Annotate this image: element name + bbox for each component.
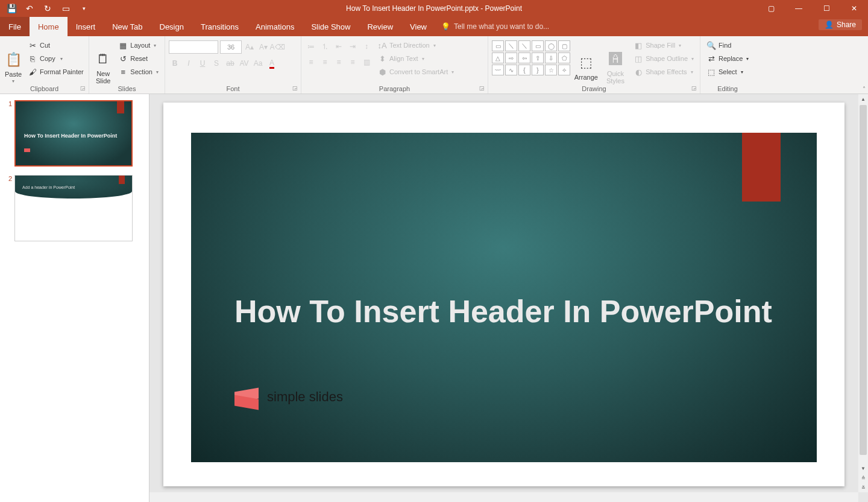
- shape-rrect[interactable]: ▢: [558, 40, 570, 51]
- decrease-font-icon[interactable]: A▾: [257, 41, 269, 53]
- save-icon[interactable]: 💾: [6, 3, 17, 14]
- vscroll-thumb[interactable]: [860, 105, 867, 455]
- align-right-button[interactable]: ≡: [333, 56, 345, 68]
- italic-button[interactable]: I: [183, 57, 195, 69]
- paragraph-launcher-icon[interactable]: ◲: [479, 85, 486, 92]
- shape-star[interactable]: ⬠: [558, 52, 570, 63]
- font-launcher-icon[interactable]: ◲: [292, 85, 300, 92]
- strike-button[interactable]: ab: [224, 57, 236, 69]
- shape-outline-button[interactable]: ◫Shape Outline▾: [631, 52, 696, 65]
- shape-effects-icon: ◐: [634, 67, 643, 77]
- text-direction-button[interactable]: ↕AText Direction▾: [375, 39, 456, 51]
- dec-indent-button[interactable]: ⇤: [333, 40, 345, 52]
- shape-star2[interactable]: ☆: [545, 65, 557, 75]
- tab-file[interactable]: File: [0, 17, 30, 36]
- prev-slide-icon[interactable]: ≙: [858, 473, 868, 483]
- bold-button[interactable]: B: [169, 57, 181, 69]
- vertical-scrollbar[interactable]: ▲ ▼ ≙ ≚: [858, 94, 868, 492]
- shadow-button[interactable]: S: [210, 57, 222, 69]
- align-left-button[interactable]: ≡: [305, 56, 317, 68]
- tell-me-search[interactable]: 💡 Tell me what you want to do...: [441, 17, 549, 36]
- clipboard-launcher-icon[interactable]: ◲: [80, 85, 87, 92]
- scroll-down-icon[interactable]: ▼: [858, 463, 868, 473]
- shape-brace-r[interactable]: }: [532, 65, 544, 75]
- next-slide-icon[interactable]: ≚: [858, 483, 868, 492]
- replace-button[interactable]: ⇄Replace▾: [704, 52, 751, 65]
- shape-callout[interactable]: ✧: [558, 65, 570, 75]
- redo-icon[interactable]: ↻: [42, 3, 53, 14]
- section-button[interactable]: ≡Section▾: [116, 66, 161, 78]
- shape-brace-l[interactable]: {: [518, 65, 530, 75]
- justify-button[interactable]: ≡: [347, 56, 359, 68]
- group-slides-label: Slides: [89, 85, 165, 92]
- tab-design[interactable]: Design: [151, 17, 192, 36]
- bullets-button[interactable]: ≔: [305, 40, 317, 52]
- scroll-up-icon[interactable]: ▲: [858, 94, 868, 104]
- clear-format-icon[interactable]: A⌫: [271, 41, 283, 53]
- share-button[interactable]: 👤 Share: [819, 19, 862, 30]
- horizontal-scrollbar[interactable]: [149, 492, 858, 502]
- line-spacing-button[interactable]: ↕: [360, 40, 373, 52]
- undo-icon[interactable]: ↶: [24, 3, 35, 14]
- format-painter-button[interactable]: 🖌Format Painter: [25, 66, 86, 78]
- shape-tri[interactable]: △: [492, 52, 504, 63]
- start-from-beginning-icon[interactable]: ▭: [60, 3, 71, 14]
- find-button[interactable]: 🔍Find: [704, 39, 751, 51]
- close-button[interactable]: ✕: [840, 0, 868, 17]
- new-slide-label: New Slide: [96, 70, 110, 84]
- cut-button[interactable]: ✂Cut: [25, 39, 86, 51]
- tab-transitions[interactable]: Transitions: [192, 17, 247, 36]
- maximize-button[interactable]: ☐: [813, 0, 840, 17]
- shape-arrow-r[interactable]: ⇨: [505, 52, 517, 63]
- slide-frame[interactable]: How To Insert Header In PowerPoint simpl…: [163, 103, 844, 486]
- shape-curve[interactable]: 〰: [492, 65, 504, 75]
- tab-new-tab[interactable]: New Tab: [104, 17, 151, 36]
- slide-thumb-1[interactable]: How To Insert Header In PowerPoint: [14, 100, 133, 167]
- reset-button[interactable]: ↺Reset: [116, 52, 161, 65]
- copy-button[interactable]: ⎘Copy▾: [25, 52, 86, 65]
- columns-button[interactable]: ▥: [360, 56, 373, 68]
- underline-button[interactable]: U: [197, 57, 209, 69]
- align-text-button[interactable]: ⬍Align Text▾: [375, 52, 456, 65]
- shape-effects-button[interactable]: ◐Shape Effects▾: [631, 66, 696, 78]
- tab-insert[interactable]: Insert: [68, 17, 104, 36]
- collapse-ribbon-icon[interactable]: ˄: [863, 86, 866, 92]
- minimize-button[interactable]: —: [785, 0, 813, 17]
- select-button[interactable]: ⬚Select▾: [704, 66, 751, 78]
- font-size-input[interactable]: 36: [220, 40, 242, 54]
- inc-indent-button[interactable]: ⇥: [347, 40, 359, 52]
- tab-home[interactable]: Home: [30, 17, 68, 36]
- tab-animations[interactable]: Animations: [247, 17, 303, 36]
- qat-customize-icon[interactable]: ▾: [78, 3, 89, 14]
- ribbon-display-options-icon[interactable]: ▢: [757, 0, 785, 17]
- smartart-button[interactable]: ⬢Convert to SmartArt▾: [375, 66, 456, 78]
- shape-arrow-l[interactable]: ⇦: [518, 52, 530, 63]
- shape-curve2[interactable]: ∿: [505, 65, 517, 75]
- layout-button[interactable]: ▦Layout▾: [116, 39, 161, 51]
- shape-arrow-u[interactable]: ⇧: [532, 52, 544, 63]
- align-center-button[interactable]: ≡: [319, 56, 331, 68]
- shape-line2[interactable]: ＼: [518, 40, 530, 51]
- font-color-button[interactable]: A: [266, 57, 278, 69]
- tab-view[interactable]: View: [401, 17, 435, 36]
- ribbon-tabs: File Home Insert New Tab Design Transiti…: [0, 17, 868, 36]
- slide-background: How To Insert Header In PowerPoint simpl…: [191, 133, 817, 462]
- shape-rect2[interactable]: ▭: [532, 40, 544, 51]
- thumb-num-1: 1: [5, 100, 14, 167]
- document-title: How To Insert Header In PowerPoint.pptx …: [346, 4, 522, 13]
- shape-arrow-d[interactable]: ⇩: [545, 52, 557, 63]
- shape-rect[interactable]: ▭: [492, 40, 504, 51]
- tab-review[interactable]: Review: [359, 17, 401, 36]
- drawing-launcher-icon[interactable]: ◲: [691, 85, 699, 92]
- copy-label: Copy: [40, 55, 55, 62]
- shape-oval[interactable]: ◯: [545, 40, 557, 51]
- tab-slide-show[interactable]: Slide Show: [303, 17, 359, 36]
- font-name-input[interactable]: [169, 40, 218, 54]
- shape-fill-button[interactable]: ◧Shape Fill▾: [631, 39, 696, 51]
- shape-line[interactable]: ＼: [505, 40, 517, 51]
- slide-thumb-2[interactable]: Add a header in PowerPoint: [14, 175, 133, 241]
- increase-font-icon[interactable]: A▴: [244, 41, 256, 53]
- case-button[interactable]: Aa: [252, 57, 264, 69]
- spacing-button[interactable]: AV: [238, 57, 250, 69]
- numbering-button[interactable]: ⒈: [319, 40, 331, 52]
